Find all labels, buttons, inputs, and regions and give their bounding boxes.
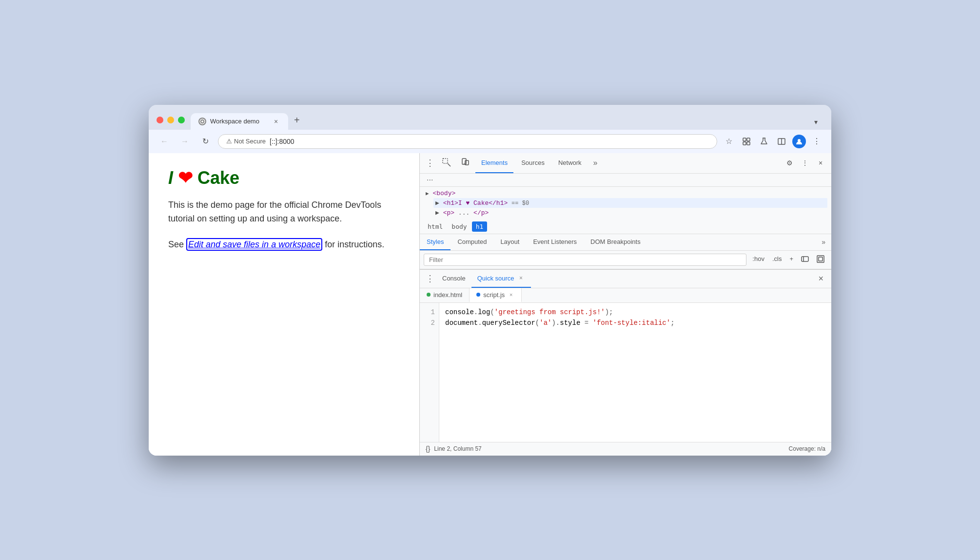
format-icon[interactable]: {}	[426, 445, 430, 453]
nav-right-icons: ☆	[722, 135, 823, 148]
devtools-menu-dots[interactable]: ⋮	[424, 156, 436, 170]
script-js-label: script.js	[483, 291, 505, 299]
h1-selector[interactable]: h1	[472, 221, 488, 232]
code-content[interactable]: console.log('greetings from script.js!')…	[439, 303, 831, 442]
url-display: [::]:8000	[270, 138, 294, 145]
minimize-button[interactable]	[167, 117, 174, 123]
file-tab-script-js[interactable]: script.js ×	[470, 288, 522, 302]
coverage-status: Coverage: n/a	[789, 445, 825, 452]
devtools-topbar: ⋮ Elements	[420, 153, 831, 174]
extensions-icon[interactable]	[740, 135, 753, 148]
tab-quick-source[interactable]: Quick source ×	[471, 269, 531, 288]
new-tab-button[interactable]: +	[288, 111, 306, 130]
file-tab-index-html[interactable]: index.html	[420, 288, 470, 302]
line-number-1: 1	[420, 307, 439, 318]
script-js-close[interactable]: ×	[508, 291, 514, 298]
h1-expand-arrow[interactable]: ▶	[435, 200, 439, 207]
p-expand-arrow[interactable]: ▶	[435, 209, 439, 217]
status-bar: {} Line 2, Column 57 Coverage: n/a	[420, 442, 831, 456]
styles-tab-event-listeners[interactable]: Event Listeners	[526, 234, 584, 250]
browser-content: I ❤ Cake This is the demo page for the o…	[149, 153, 831, 456]
after-link: for instructions.	[322, 240, 384, 249]
bookmark-icon[interactable]: ☆	[722, 135, 736, 148]
webpage-body-text: This is the demo page for the official C…	[168, 198, 400, 226]
h1-node[interactable]: ▶ <h1>I ♥ Cake</h1> == $0	[433, 198, 827, 208]
webpage-see-text: See Edit and save files in a workspace f…	[168, 238, 400, 252]
hov-button[interactable]: :hov	[749, 254, 767, 266]
tab-network[interactable]: Network	[552, 153, 588, 173]
svg-rect-4	[743, 142, 746, 145]
maximize-button[interactable]	[178, 117, 185, 123]
index-html-label: index.html	[433, 291, 462, 299]
nav-bar: ← → ↻ ⚠ Not Secure [::]:8000 ☆	[149, 130, 831, 153]
styles-filter-row: :hov .cls +	[420, 251, 831, 269]
p-ellipsis: ...	[458, 209, 470, 217]
lab-icon[interactable]	[757, 135, 771, 148]
bottom-tab-menu[interactable]: ⋮	[424, 271, 436, 286]
breadcrumb-menu[interactable]: ···	[424, 174, 436, 186]
quick-source-close[interactable]: ×	[517, 274, 525, 282]
styles-tab-computed[interactable]: Computed	[451, 234, 493, 250]
traffic-lights	[157, 117, 185, 123]
split-icon[interactable]	[775, 135, 788, 148]
styles-tab-more[interactable]: »	[816, 234, 831, 250]
bottom-panel-close[interactable]: ×	[814, 272, 827, 286]
html-selector[interactable]: html	[424, 221, 447, 232]
p-close-tag: </p>	[473, 209, 489, 217]
back-button[interactable]: ←	[157, 134, 172, 149]
tab-sources[interactable]: Sources	[515, 153, 550, 173]
refresh-button[interactable]: ↻	[197, 134, 213, 149]
devtools-more-icon[interactable]: ⋮	[798, 156, 812, 170]
svg-rect-5	[747, 142, 750, 145]
warning-icon: ⚠	[226, 138, 232, 145]
tab-console[interactable]: Console	[436, 269, 471, 288]
forward-button[interactable]: →	[177, 134, 193, 149]
device-toolbar-icon[interactable]	[457, 154, 473, 172]
styles-tab-dom-breakpoints[interactable]: DOM Breakpoints	[584, 234, 647, 250]
tab-favicon	[198, 118, 206, 125]
elements-tree: ▶ <body> ▶ <h1>I ♥ Cake</h1> == $0 ▶ <p>…	[420, 187, 831, 220]
styles-tabs: Styles Computed Layout Event Listeners D…	[420, 234, 831, 251]
body-tag: <body>	[432, 190, 455, 197]
styles-filter-actions: :hov .cls +	[749, 254, 827, 266]
body-node[interactable]: ▶ <body>	[424, 189, 827, 198]
styles-tab-layout[interactable]: Layout	[493, 234, 526, 250]
tab-menu-button[interactable]: ▾	[808, 114, 823, 130]
index-html-dot	[427, 293, 431, 297]
toggle-style-button[interactable]	[798, 254, 812, 266]
address-bar[interactable]: ⚠ Not Secure [::]:8000	[218, 134, 717, 149]
body-expand-arrow[interactable]: ▶	[426, 191, 429, 197]
close-button[interactable]	[157, 117, 163, 123]
p-node[interactable]: ▶ <p> ... </p>	[433, 208, 827, 218]
svg-point-1	[201, 120, 203, 122]
body-selector[interactable]: body	[448, 221, 470, 232]
equals-pseudo: == $0	[511, 200, 529, 207]
see-prefix: See	[168, 240, 186, 249]
tab-elements[interactable]: Elements	[475, 153, 513, 173]
h1-tag: <h1>I ♥ Cake</h1>	[443, 200, 508, 207]
add-style-button[interactable]: +	[786, 254, 796, 266]
devtools-close-icon[interactable]: ×	[814, 156, 827, 170]
selector-bar: html body h1	[420, 220, 831, 234]
cls-button[interactable]: .cls	[769, 254, 785, 266]
cursor-position: Line 2, Column 57	[434, 445, 481, 452]
menu-icon[interactable]: ⋮	[810, 135, 823, 148]
tab-close-button[interactable]: ×	[272, 117, 280, 126]
devtools-settings-icon[interactable]: ⚙	[783, 156, 796, 170]
inspect-element-icon[interactable]	[438, 154, 455, 172]
line-number-2: 2	[420, 318, 439, 328]
heart-emoji: ❤	[178, 168, 193, 188]
file-tabs: index.html script.js ×	[420, 288, 831, 303]
devtools-panel: ⋮ Elements	[419, 153, 831, 456]
active-tab[interactable]: Workspace demo ×	[191, 113, 288, 130]
styles-tab-styles[interactable]: Styles	[420, 234, 451, 250]
title-cake: Cake	[197, 168, 239, 188]
profile-icon[interactable]	[792, 135, 806, 148]
styles-filter-input[interactable]	[424, 254, 746, 266]
layout-style-button[interactable]	[814, 254, 827, 266]
webpage: I ❤ Cake This is the demo page for the o…	[149, 153, 419, 456]
elements-breadcrumb-bar: ···	[420, 174, 831, 187]
code-line-1: console.log('greetings from script.js!')…	[445, 307, 825, 318]
devtools-tab-more[interactable]: »	[589, 155, 602, 171]
workspace-link[interactable]: Edit and save files in a workspace	[186, 238, 322, 251]
